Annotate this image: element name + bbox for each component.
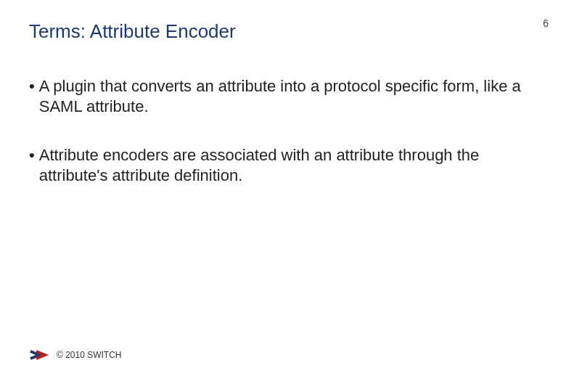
bullet-dot-icon: • [29, 76, 39, 116]
page-number: 6 [543, 17, 549, 29]
bullet-text: Attribute encoders are associated with a… [39, 145, 537, 185]
bullet-text: A plugin that converts an attribute into… [39, 76, 537, 116]
bullet-list: • A plugin that converts an attribute in… [29, 76, 537, 185]
list-item: • A plugin that converts an attribute in… [29, 76, 537, 116]
copyright-text: © 2010 SWITCH [57, 350, 122, 360]
list-item: • Attribute encoders are associated with… [29, 145, 537, 185]
slide-title: Terms: Attribute Encoder [29, 20, 537, 43]
footer: © 2010 SWITCH [29, 347, 122, 363]
slide: 6 Terms: Attribute Encoder • A plugin th… [0, 0, 566, 392]
switch-logo-icon [29, 347, 49, 363]
bullet-dot-icon: • [29, 145, 39, 185]
